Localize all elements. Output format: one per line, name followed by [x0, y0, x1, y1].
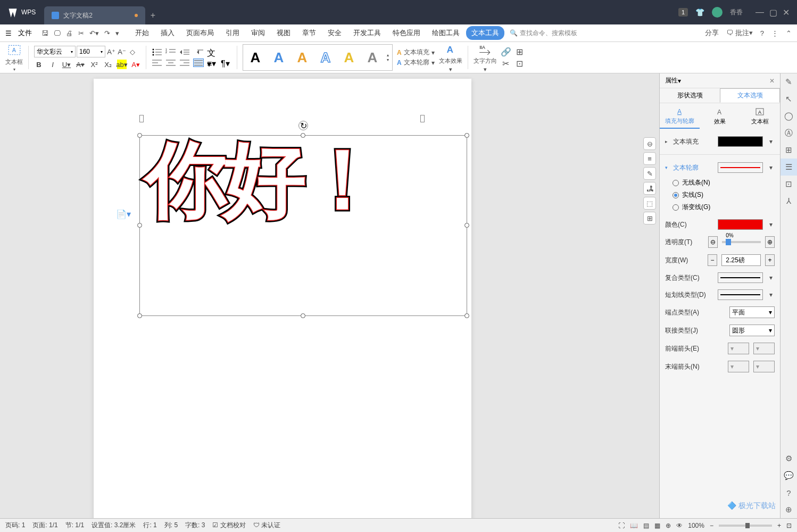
text-direction-button[interactable]: IIA 文字方向▾ — [474, 42, 497, 73]
collapse-ribbon-icon[interactable]: ⌃ — [786, 29, 792, 37]
font-family-select[interactable]: 华文彩云▾ — [34, 46, 76, 57]
more-icon[interactable]: ⋮ — [771, 29, 778, 37]
align-right-icon[interactable] — [179, 59, 190, 67]
wordart-content[interactable]: 你好！ — [145, 125, 380, 236]
wrap-icon[interactable]: ≡ — [643, 152, 656, 165]
decrease-indent-icon[interactable] — [179, 48, 190, 56]
compound-select[interactable] — [718, 272, 763, 283]
canvas-area[interactable]: 📄▾ ↻ 你好！ ⊖ ≡ ✎ 🏞 ⬚ ⊞ — [0, 73, 659, 518]
help-side-icon[interactable]: ? — [781, 484, 797, 501]
opacity-slider[interactable]: 0% — [722, 241, 761, 243]
select-icon[interactable]: ↖ — [781, 90, 797, 107]
apparel-icon[interactable]: 👕 — [695, 8, 704, 16]
help-button[interactable]: ? — [760, 29, 764, 37]
underline-button[interactable]: U▾ — [62, 60, 71, 69]
char-icon[interactable]: Ⓐ — [781, 124, 797, 142]
cut-icon[interactable]: ✂ — [78, 29, 84, 37]
outline-swatch[interactable] — [718, 162, 763, 173]
focus-icon[interactable]: 👁 — [676, 522, 683, 529]
status-page[interactable]: 页码: 1 — [5, 521, 25, 530]
status-line[interactable]: 行: 1 — [143, 521, 156, 530]
align-left-icon[interactable] — [152, 59, 162, 67]
opacity-decrease[interactable]: ⊖ — [708, 236, 718, 248]
dash-select[interactable] — [718, 289, 763, 300]
tab-text-options[interactable]: 文本选项 — [720, 88, 780, 103]
properties-icon[interactable]: ☰ — [781, 159, 797, 176]
menu-文本工具[interactable]: 文本工具 — [466, 26, 504, 40]
wordart-more-icon[interactable]: ▴▾ — [386, 47, 390, 68]
superscript-button[interactable]: X² — [89, 60, 99, 69]
highlight-button[interactable]: ab▾ — [117, 60, 127, 69]
resize-handle[interactable] — [301, 313, 305, 318]
image-icon[interactable]: 🏞 — [643, 182, 656, 195]
bold-button[interactable]: B — [34, 60, 44, 69]
minimize-button[interactable]: — — [756, 7, 764, 18]
bullets-icon[interactable] — [152, 48, 162, 56]
shape-icon[interactable]: ◯ — [781, 107, 797, 124]
subscript-button[interactable]: X₂ — [103, 60, 113, 69]
wordart-style-2[interactable]: A — [269, 47, 289, 68]
font-color-button[interactable]: A▾ — [131, 60, 140, 69]
auth-icon[interactable]: 🛡 未认证 — [253, 521, 280, 530]
width-increase[interactable]: + — [765, 254, 775, 266]
textbox-button[interactable]: A 文本框▾ — [5, 43, 23, 72]
resize-handle[interactable] — [464, 223, 469, 228]
numbering-icon[interactable]: 12 — [165, 48, 176, 56]
pencil-icon[interactable]: ✎ — [781, 73, 797, 90]
menu-章节[interactable]: 章节 — [297, 26, 321, 40]
text-effect-button[interactable]: A 文本效果▾ — [439, 42, 462, 73]
menu-开始[interactable]: 开始 — [130, 26, 154, 40]
subtab-effects[interactable]: A效果 — [700, 103, 740, 129]
close-button[interactable]: ✕ — [783, 7, 790, 18]
file-menu[interactable]: ☰ 文件 — [5, 28, 36, 38]
increase-font-icon[interactable]: A⁺ — [106, 47, 116, 56]
outline-view-icon[interactable]: ▦ — [654, 522, 660, 529]
status-pages[interactable]: 页面: 1/1 — [32, 521, 57, 530]
radio-no-line[interactable]: 无线条(N) — [673, 178, 775, 187]
redo-icon[interactable]: ↷ — [104, 29, 110, 37]
qa-dropdown-icon[interactable]: ▾ — [115, 29, 119, 37]
subtab-fill-outline[interactable]: A填充与轮廓 — [660, 103, 700, 129]
menu-绘图工具[interactable]: 绘图工具 — [427, 26, 465, 40]
tools-icon[interactable]: ⊕ — [781, 501, 797, 518]
menu-视图[interactable]: 视图 — [271, 26, 296, 40]
fill-color-swatch[interactable] — [718, 136, 763, 147]
cap-select[interactable]: 平面▾ — [729, 306, 775, 318]
subtab-textbox[interactable]: A文本框 — [740, 103, 780, 129]
page[interactable]: 📄▾ ↻ 你好！ — [94, 79, 471, 518]
chat-icon[interactable]: 💬 — [781, 467, 797, 484]
menu-审阅[interactable]: 审阅 — [246, 26, 270, 40]
layers-icon[interactable]: ⊡ — [781, 176, 797, 193]
read-view-icon[interactable]: 📖 — [630, 522, 638, 529]
add-tab-button[interactable]: + — [145, 6, 160, 24]
wordart-style-4[interactable]: A — [316, 47, 336, 68]
para-settings-icon[interactable]: ¶▾ — [221, 59, 231, 67]
opacity-increase[interactable]: ⊕ — [765, 236, 775, 248]
width-decrease[interactable]: − — [708, 254, 717, 266]
width-input[interactable] — [721, 254, 761, 266]
resize-handle[interactable] — [137, 133, 142, 138]
zoom-level[interactable]: 100% — [688, 522, 704, 529]
radio-gradient-line[interactable]: 渐变线(G) — [673, 203, 775, 212]
fit-icon[interactable]: ⊡ — [786, 522, 792, 529]
fullscreen-icon[interactable]: ⛶ — [618, 522, 625, 529]
edit-icon[interactable]: ✎ — [643, 167, 656, 180]
grid-icon[interactable]: ⊞ — [781, 142, 797, 159]
web-view-icon[interactable]: ⊕ — [666, 522, 671, 529]
print-preview-icon[interactable]: 🖵 — [54, 29, 61, 37]
group-icon[interactable]: ⊡ — [515, 59, 525, 68]
menu-引用[interactable]: 引用 — [220, 26, 245, 40]
search-box[interactable]: 🔍 查找命令、搜索模板 — [510, 29, 577, 38]
user-avatar-icon[interactable] — [712, 7, 723, 18]
close-panel-icon[interactable]: ✕ — [769, 77, 775, 85]
annotate-button[interactable]: 🗨 批注▾ — [726, 28, 753, 38]
text-outline-row[interactable]: ▾文本轮廓 ▾ — [665, 159, 775, 176]
status-wordcount[interactable]: 字数: 3 — [185, 521, 205, 530]
resize-handle[interactable] — [137, 223, 142, 228]
menu-开发工具[interactable]: 开发工具 — [348, 26, 386, 40]
strike-button[interactable]: A▾ — [76, 60, 85, 69]
status-setvalue[interactable]: 设置值: 3.2厘米 — [92, 521, 136, 530]
print-icon[interactable]: 🖨 — [66, 29, 73, 37]
print-layout-icon[interactable]: ▤ — [643, 522, 649, 529]
link-icon[interactable]: 🔗 — [501, 47, 511, 56]
